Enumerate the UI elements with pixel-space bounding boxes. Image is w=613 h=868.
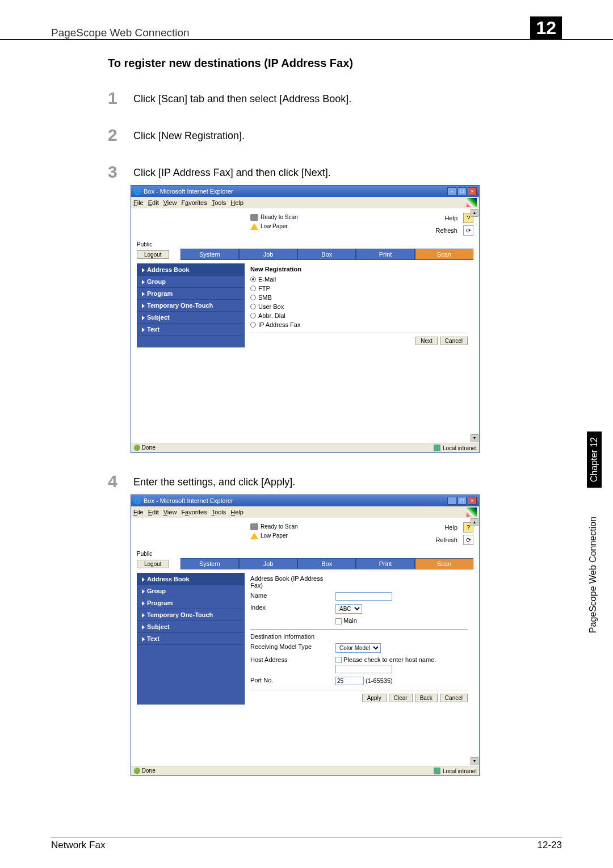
- cancel-button[interactable]: Cancel: [440, 694, 468, 702]
- step-text: Click [IP Address Fax] and then click [N…: [133, 167, 331, 179]
- close-button[interactable]: ×: [468, 497, 477, 505]
- warning-icon: [250, 532, 258, 539]
- menu-edit[interactable]: Edit: [148, 509, 159, 515]
- page-header-title: PageScope Web Connection: [51, 27, 190, 39]
- menu-tools[interactable]: Tools: [212, 509, 226, 515]
- menu-file[interactable]: File: [133, 509, 144, 515]
- menu-view[interactable]: View: [163, 509, 177, 515]
- tab-print[interactable]: Print: [356, 558, 414, 569]
- form-title-2: Address Book (IP Address Fax): [250, 575, 335, 589]
- refresh-link[interactable]: Refresh: [435, 536, 457, 543]
- sidebar-item-address-book[interactable]: Address Book: [137, 573, 244, 585]
- arrow-icon: [142, 268, 145, 272]
- tab-job[interactable]: Job: [239, 249, 297, 260]
- port-input[interactable]: [335, 677, 364, 685]
- sidebar-item-subject[interactable]: Subject: [137, 621, 244, 633]
- status-done-icon: 🟢: [133, 445, 140, 451]
- side-chapter-tab: Chapter 12: [587, 431, 602, 488]
- name-input[interactable]: [335, 592, 392, 601]
- host-addr-input[interactable]: [335, 665, 392, 673]
- zone-icon: [434, 445, 440, 451]
- radio-abbr[interactable]: [250, 313, 256, 318]
- sidebar-item-program[interactable]: Program: [137, 597, 244, 609]
- close-button[interactable]: ×: [468, 187, 477, 195]
- main-checkbox[interactable]: [335, 618, 342, 624]
- menu-tools[interactable]: Tools: [212, 199, 226, 206]
- sidebar-item-group[interactable]: Group: [137, 276, 244, 288]
- radio-ftp[interactable]: [250, 286, 256, 291]
- minimize-button[interactable]: -: [447, 187, 456, 195]
- clear-button[interactable]: Clear: [389, 694, 413, 702]
- tab-system[interactable]: System: [180, 558, 239, 569]
- help-link[interactable]: Help: [444, 215, 457, 221]
- cancel-button[interactable]: Cancel: [440, 337, 468, 345]
- menu-help[interactable]: Help: [230, 509, 243, 515]
- menu-view[interactable]: View: [163, 199, 177, 206]
- refresh-icon[interactable]: ⟳: [463, 225, 473, 236]
- host-addr-label: Host Address: [250, 656, 335, 674]
- windows-flag-icon: [467, 508, 477, 517]
- status-zone: Local intranet: [443, 768, 477, 774]
- next-button[interactable]: Next: [415, 337, 438, 345]
- menu-file[interactable]: File: [133, 199, 144, 206]
- sidebar-item-text[interactable]: Text: [137, 324, 244, 336]
- recv-model-select[interactable]: Color Model: [335, 643, 381, 653]
- scroll-down-arrow[interactable]: ▾: [471, 757, 478, 765]
- scroll-down-arrow[interactable]: ▾: [471, 434, 478, 442]
- step-text: Click [New Registration].: [133, 130, 245, 142]
- tab-scan[interactable]: Scan: [415, 558, 473, 569]
- radio-ipfax[interactable]: [250, 322, 256, 328]
- status-ready: Ready to Scan: [261, 522, 298, 531]
- menu-help[interactable]: Help: [230, 199, 243, 206]
- step-number: 1: [108, 90, 133, 107]
- menu-favorites[interactable]: Favorites: [181, 199, 207, 206]
- host-check-label: Please check to enter host name.: [343, 656, 436, 663]
- refresh-link[interactable]: Refresh: [435, 227, 457, 234]
- radio-label: FTP: [258, 285, 270, 292]
- tab-system[interactable]: System: [180, 249, 239, 260]
- scroll-up-arrow[interactable]: ▴: [471, 518, 478, 526]
- printer-icon: [250, 523, 258, 530]
- radio-email[interactable]: [250, 276, 256, 282]
- host-checkbox[interactable]: [335, 657, 342, 663]
- logout-button[interactable]: Logout: [137, 250, 169, 259]
- sidebar-item-temporary[interactable]: Temporary One-Touch: [137, 300, 244, 312]
- sidebar: Address Book Group Program Temporary One…: [137, 573, 245, 705]
- maximize-button[interactable]: □: [457, 497, 467, 505]
- sidebar-item-text[interactable]: Text: [137, 633, 244, 645]
- window-title: Box - Microsoft Internet Explorer: [144, 188, 233, 195]
- menu-edit[interactable]: Edit: [148, 199, 159, 206]
- logout-button[interactable]: Logout: [137, 560, 169, 568]
- refresh-icon[interactable]: ⟳: [463, 535, 473, 545]
- tab-box[interactable]: Box: [297, 249, 356, 260]
- port-label: Port No.: [250, 677, 335, 685]
- help-link[interactable]: Help: [444, 524, 457, 531]
- back-button[interactable]: Back: [415, 694, 438, 702]
- tab-job[interactable]: Job: [239, 558, 297, 569]
- arrow-icon: [142, 589, 145, 594]
- public-label: Public: [137, 551, 473, 557]
- arrow-icon: [142, 625, 145, 630]
- menu-favorites[interactable]: Favorites: [181, 509, 207, 515]
- apply-button[interactable]: Apply: [362, 694, 387, 702]
- tab-scan[interactable]: Scan: [415, 249, 473, 260]
- minimize-button[interactable]: -: [447, 497, 456, 505]
- section-heading: To register new destinations (IP Address…: [108, 57, 562, 70]
- radio-userbox[interactable]: [250, 304, 256, 309]
- tab-print[interactable]: Print: [356, 249, 414, 260]
- step-text: Click [Scan] tab and then select [Addres…: [133, 93, 351, 105]
- radio-smb[interactable]: [250, 295, 256, 300]
- tab-box[interactable]: Box: [297, 558, 356, 569]
- sidebar-item-subject[interactable]: Subject: [137, 312, 244, 324]
- status-done-icon: 🟢: [133, 768, 140, 774]
- index-select[interactable]: ABC: [335, 604, 362, 614]
- browser-screenshot-2: 🌐 Box - Microsoft Internet Explorer - □ …: [131, 494, 480, 776]
- sidebar-item-temporary[interactable]: Temporary One-Touch: [137, 609, 244, 621]
- sidebar-item-program[interactable]: Program: [137, 288, 244, 300]
- chapter-number: 12: [530, 16, 562, 40]
- maximize-button[interactable]: □: [457, 187, 467, 195]
- status-lowpaper: Low Paper: [261, 222, 288, 231]
- scroll-up-arrow[interactable]: ▴: [471, 209, 478, 217]
- sidebar-item-group[interactable]: Group: [137, 585, 244, 597]
- sidebar-item-address-book[interactable]: Address Book: [137, 264, 244, 276]
